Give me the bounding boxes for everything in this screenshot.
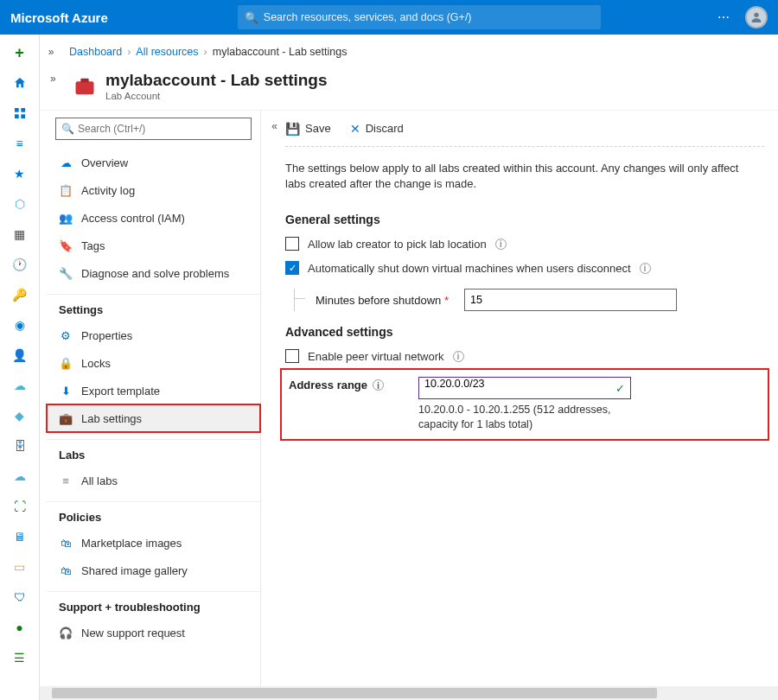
rail-user-icon[interactable]: 👤: [10, 346, 29, 365]
svg-rect-3: [15, 114, 19, 118]
close-icon: ✕: [350, 122, 360, 136]
info-icon[interactable]: i: [495, 239, 507, 250]
allow-location-checkbox[interactable]: [285, 237, 299, 251]
allow-location-label: Allow lab creator to pick lab location: [308, 238, 487, 251]
sidebar-item-label: Locks: [81, 357, 111, 370]
breadcrumb-dashboard[interactable]: Dashboard: [69, 46, 122, 58]
address-range-block: Address range i 10.20.0.0/23 ✓ 10.20.0.0…: [285, 373, 764, 436]
rail-db-icon[interactable]: 🗄: [10, 436, 29, 455]
sidebar-item-label: Tags: [81, 239, 105, 252]
save-button[interactable]: 💾Save: [285, 122, 331, 136]
top-bar: Microsoft Azure 🔍 ⋯: [0, 0, 778, 35]
sidebar-search-input[interactable]: [78, 123, 246, 135]
rail-cloud-icon[interactable]: ☁: [10, 376, 29, 395]
bag-icon: 🛍: [59, 536, 73, 550]
general-settings-head: General settings: [285, 213, 764, 226]
bag-icon: 🛍: [59, 563, 73, 577]
rail-clock-icon[interactable]: 🕐: [10, 255, 29, 274]
rail-home-icon[interactable]: [10, 73, 29, 92]
sidebar-item-label: Marketplace images: [81, 537, 182, 550]
lab-account-icon: [73, 74, 97, 99]
info-icon[interactable]: i: [373, 379, 384, 391]
rail-dot-icon[interactable]: ●: [10, 618, 29, 637]
rail-key-icon[interactable]: 🔑: [10, 285, 29, 304]
global-search[interactable]: 🔍: [238, 5, 601, 29]
breadcrumb: Dashboard › All resources › mylabaccount…: [40, 35, 778, 69]
page-header: mylabaccount - Lab settings Lab Account: [40, 69, 778, 110]
shutdown-minutes-block: Minutes before shutdown *: [294, 289, 764, 311]
sidebar-item-label: Export template: [81, 385, 160, 398]
breadcrumb-current: mylabaccount - Lab settings: [213, 46, 348, 58]
advanced-settings-head: Advanced settings: [285, 325, 764, 339]
sidebar-item-export-template[interactable]: ⬇Export template: [47, 377, 260, 404]
rail-star-icon[interactable]: ★: [10, 164, 29, 183]
sidebar-group-policies: Policies: [47, 501, 260, 529]
info-icon[interactable]: i: [640, 263, 651, 274]
settings-description: The settings below apply to all labs cre…: [285, 147, 764, 204]
global-search-input[interactable]: [264, 11, 594, 23]
blade-expand-icon[interactable]: »: [50, 73, 56, 85]
minutes-input[interactable]: [464, 289, 677, 311]
sidebar-item-access-control[interactable]: 👥Access control (IAM): [47, 204, 260, 232]
address-range-input[interactable]: 10.20.0.0/23 ✓: [418, 377, 631, 399]
search-icon: 🔍: [245, 11, 258, 24]
peer-vnet-checkbox[interactable]: [285, 349, 299, 363]
sidebar-item-properties[interactable]: ⚙Properties: [47, 321, 260, 349]
auto-shutdown-checkbox[interactable]: ✓: [285, 261, 299, 275]
sidebar-item-all-labs[interactable]: ≡All labs: [47, 467, 260, 494]
rail-grid-icon[interactable]: ▦: [10, 225, 29, 244]
rail-add-icon[interactable]: +: [10, 43, 29, 62]
rail-gauge-icon[interactable]: ◉: [10, 315, 29, 334]
rail-app-icon[interactable]: ▭: [10, 557, 29, 576]
page-subtitle: Lab Account: [105, 91, 328, 101]
minutes-label: Minutes before shutdown *: [316, 294, 449, 307]
svg-rect-6: [80, 78, 88, 82]
svg-rect-5: [76, 81, 94, 94]
rail-dashboard-icon[interactable]: [10, 104, 29, 123]
sidebar-item-marketplace-images[interactable]: 🛍Marketplace images: [47, 529, 260, 557]
sidebar-item-label: New support request: [81, 627, 185, 640]
sidebar-group-support: Support + troubleshooting: [47, 591, 260, 619]
sidebar-item-label: Shared image gallery: [81, 564, 188, 577]
sidebar-item-shared-image-gallery[interactable]: 🛍Shared image gallery: [47, 557, 260, 584]
info-icon[interactable]: i: [453, 351, 464, 362]
sidebar-item-tags[interactable]: 🔖Tags: [47, 232, 260, 259]
rail-expand-icon[interactable]: »: [40, 35, 62, 69]
sidebar-item-diagnose[interactable]: 🔧Diagnose and solve problems: [47, 259, 260, 287]
sidebar-group-settings: Settings: [47, 294, 260, 321]
sidebar-item-label: Activity log: [81, 184, 135, 197]
sidebar-item-overview[interactable]: ☁Overview: [47, 149, 260, 176]
brand-label: Microsoft Azure: [10, 10, 108, 25]
avatar[interactable]: [745, 6, 768, 29]
sidebar-group-labs: Labs: [47, 439, 260, 467]
svg-rect-2: [21, 108, 25, 112]
check-icon: ✓: [615, 382, 625, 395]
rail-cloud2-icon[interactable]: ☁: [10, 467, 29, 486]
sidebar-item-activity-log[interactable]: 📋Activity log: [47, 176, 260, 204]
tag-icon: 🔖: [59, 239, 73, 252]
rail-shield-icon[interactable]: 🛡: [10, 588, 29, 607]
horizontal-scrollbar[interactable]: [40, 686, 778, 700]
sidebar-item-label: Lab settings: [81, 412, 142, 425]
rail-cube-icon[interactable]: ⬡: [10, 194, 29, 213]
rail-list-icon[interactable]: ≡: [10, 134, 29, 153]
save-icon: 💾: [285, 122, 300, 136]
rail-gem-icon[interactable]: ◆: [10, 406, 29, 425]
lock-icon: 🔒: [59, 356, 73, 370]
toolbar: 💾Save ✕Discard: [285, 111, 764, 147]
sidebar-item-lab-settings[interactable]: 💼Lab settings: [47, 404, 260, 432]
people-icon: 👥: [59, 211, 73, 225]
rail-bars-icon[interactable]: ☰: [10, 648, 29, 667]
settings-pane: 💾Save ✕Discard The settings below apply …: [261, 111, 778, 700]
more-icon[interactable]: ⋯: [717, 10, 731, 24]
rail-vm-icon[interactable]: 🖥: [10, 527, 29, 546]
scrollbar-thumb[interactable]: [52, 688, 657, 698]
sidebar-item-label: Access control (IAM): [81, 212, 185, 225]
rail-net-icon[interactable]: ⛶: [10, 497, 29, 516]
breadcrumb-all-resources[interactable]: All resources: [136, 46, 198, 58]
sidebar-item-locks[interactable]: 🔒Locks: [47, 349, 260, 377]
sidebar-search[interactable]: 🔍: [55, 118, 252, 140]
sidebar-item-new-support-request[interactable]: 🎧New support request: [47, 619, 260, 646]
discard-button[interactable]: ✕Discard: [350, 122, 404, 136]
list-icon: ≡: [59, 474, 73, 487]
